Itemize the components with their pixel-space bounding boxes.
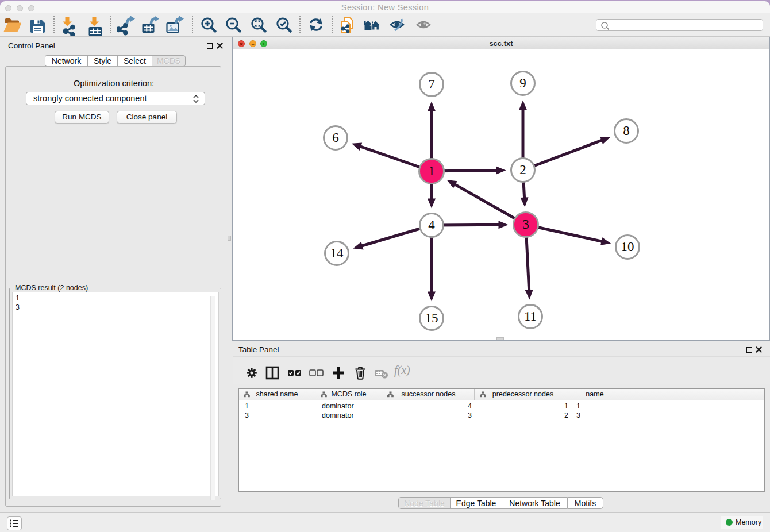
svg-text:1: 1 xyxy=(428,164,435,178)
svg-text:8: 8 xyxy=(623,124,630,138)
svg-text:10: 10 xyxy=(621,240,634,254)
svg-text:3: 3 xyxy=(522,217,529,232)
svg-text:14: 14 xyxy=(330,246,344,260)
svg-text:7: 7 xyxy=(428,77,435,91)
svg-text:11: 11 xyxy=(524,309,537,323)
svg-text:15: 15 xyxy=(425,311,438,325)
svg-text:4: 4 xyxy=(428,218,435,232)
svg-text:6: 6 xyxy=(332,130,339,145)
svg-text:9: 9 xyxy=(519,76,526,90)
svg-text:2: 2 xyxy=(519,163,526,177)
